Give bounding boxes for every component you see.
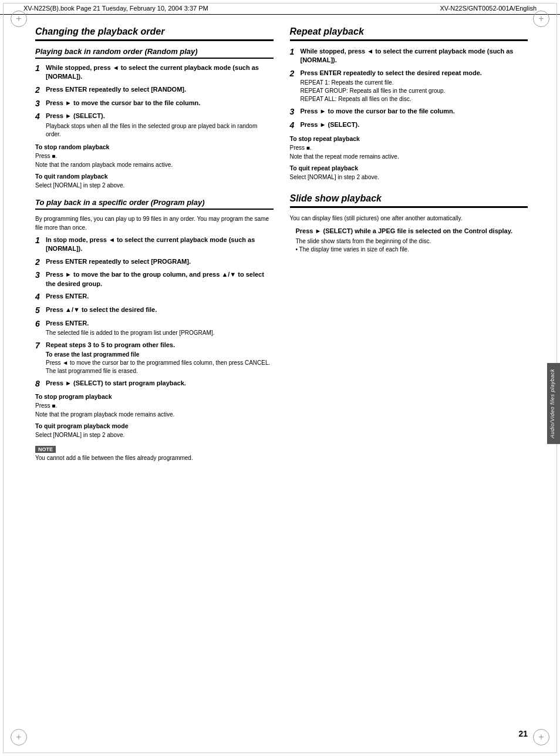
step-num-1: 1	[35, 63, 43, 73]
step-content-2: Press ENTER repeatedly to select [RANDOM…	[46, 85, 186, 94]
repeat-step-num-1: 1	[290, 47, 298, 57]
prog-step-content-2: Press ENTER repeatedly to select [PROGRA…	[46, 257, 191, 266]
repeat-step-num-4: 4	[290, 120, 298, 130]
random-step-3: 3 Press ► to move the cursor bar to the …	[35, 99, 274, 109]
stop-random-text: Press ■.Note that the random playback mo…	[35, 152, 274, 169]
erase-label: To erase the last programmed file	[46, 351, 274, 358]
random-step-4: 4 Press ► (SELECT). Playback stops when …	[35, 112, 274, 138]
prog-step-num-1: 1	[35, 236, 43, 246]
step-num-3: 3	[35, 99, 43, 109]
quit-repeat-text: Select [NORMAL] in step 2 above.	[290, 173, 528, 182]
section-title-repeat: Repeat playback	[290, 26, 528, 41]
prog-step-content-1: In stop mode, press ◄ to select the curr…	[46, 236, 274, 254]
repeat-step-2-sub: REPEAT 1: Repeats the current file. REPE…	[301, 79, 482, 103]
stop-random-label: To stop random playback	[35, 143, 274, 150]
repeat-step-2: 2 Press ENTER repeatedly to select the d…	[290, 69, 528, 103]
erase-text: Press ◄ to move the cursor bar to the pr…	[46, 359, 274, 375]
slideshow-bullet: The display time varies in size of each …	[296, 246, 528, 254]
slideshow-press-block: Press ► (SELECT) while a JPEG file is se…	[296, 227, 528, 254]
section-title-slideshow: Slide show playback	[290, 193, 528, 208]
program-step-8: 8 Press ► (SELECT) to start program play…	[35, 379, 274, 389]
program-step-1: 1 In stop mode, press ◄ to select the cu…	[35, 236, 274, 254]
note-text: You cannot add a file between the files …	[35, 454, 274, 462]
program-step-4: 4 Press ENTER.	[35, 292, 274, 302]
program-step-6: 6 Press ENTER. The selected file is adde…	[35, 319, 274, 337]
note-label: NOTE	[35, 446, 56, 453]
prog-step-content-3: Press ► to move the bar to the group col…	[46, 270, 274, 288]
repeat-step-1: 1 While stopped, press ◄ to select the c…	[290, 47, 528, 65]
slideshow-press-sub: The slide show starts from the beginning…	[296, 237, 528, 246]
stop-program-label: To stop program playback	[35, 393, 274, 400]
step-content-1: While stopped, press ◄ to select the cur…	[46, 63, 274, 82]
right-tab: Audio/Video files playback	[547, 363, 560, 444]
corner-mark-tl	[11, 11, 27, 27]
quit-program-label: To quit program playback mode	[35, 422, 274, 429]
section-slideshow: Slide show playback You can display file…	[290, 193, 528, 254]
prog-step-content-8: Press ► (SELECT) to start program playba…	[46, 379, 186, 388]
section-repeat-playback: Repeat playback 1 While stopped, press ◄…	[290, 26, 528, 182]
subsection-title-program: To play back in a specific order (Progra…	[35, 198, 274, 210]
repeat-step-content-4: Press ► (SELECT).	[301, 120, 360, 129]
random-step-2: 2 Press ENTER repeatedly to select [RAND…	[35, 85, 274, 95]
quit-random-text: Select [NORMAL] in step 2 above.	[35, 181, 274, 190]
repeat-step-content-1: While stopped, press ◄ to select the cur…	[301, 47, 528, 65]
prog-step-num-2: 2	[35, 257, 43, 267]
prog-step-num-5: 5	[35, 305, 43, 315]
note-box: NOTE You cannot add a file between the f…	[35, 445, 274, 462]
subsection-title-random: Playing back in random order (Random pla…	[35, 47, 274, 59]
step-4-sub: Playback stops when all the files in the…	[46, 122, 274, 139]
repeat-step-num-2: 2	[290, 69, 298, 79]
repeat-step-3: 3 Press ► to move the cursor bar to the …	[290, 107, 528, 117]
page-wrapper: XV-N22S(B).book Page 21 Tuesday, Februar…	[0, 0, 560, 756]
prog-step-content-6: Press ENTER.	[46, 320, 89, 327]
prog-step-num-7: 7	[35, 341, 43, 351]
repeat-step-num-3: 3	[290, 107, 298, 117]
corner-mark-tr	[533, 11, 549, 27]
prog-step-num-3: 3	[35, 270, 43, 280]
stop-repeat-text: Press ■.Note that the repeat mode remain…	[290, 143, 528, 161]
right-column: Repeat playback 1 While stopped, press ◄…	[290, 26, 528, 472]
program-step-7: 7 Repeat steps 3 to 5 to program other f…	[35, 341, 274, 375]
prog-step-content-4: Press ENTER.	[46, 292, 89, 301]
header-right: XV-N22S/GNT0052-001A/English	[440, 5, 537, 12]
step-content-4: Press ► (SELECT).	[46, 112, 105, 119]
stop-repeat-label: To stop repeat playback	[290, 135, 528, 142]
content-area: Changing the playback order Playing back…	[0, 15, 560, 489]
program-intro: By programming files, you can play up to…	[35, 214, 274, 232]
corner-mark-br	[533, 729, 549, 745]
repeat-step-4: 4 Press ► (SELECT).	[290, 120, 528, 130]
repeat-step-content-3: Press ► to move the cursor bar to the fi…	[301, 107, 455, 116]
step-content-3: Press ► to move the cursor bar to the fi…	[46, 99, 200, 106]
step-num-2: 2	[35, 85, 43, 95]
page-header: XV-N22S(B).book Page 21 Tuesday, Februar…	[0, 0, 560, 15]
repeat-step-content-2: Press ENTER repeatedly to select the des…	[301, 69, 482, 76]
random-step-1: 1 While stopped, press ◄ to select the c…	[35, 63, 274, 82]
program-step-3: 3 Press ► to move the bar to the group c…	[35, 270, 274, 288]
step-num-4: 4	[35, 112, 43, 122]
quit-repeat-label: To quit repeat playback	[290, 164, 528, 172]
subsection-random-play: Playing back in random order (Random pla…	[35, 47, 274, 190]
stop-program-text: Press ■.Note that the program playback m…	[35, 401, 274, 419]
header-left: XV-N22S(B).book Page 21 Tuesday, Februar…	[23, 5, 208, 12]
prog-step-content-5: Press ▲/▼ to select the desired file.	[46, 305, 157, 314]
prog-step-num-8: 8	[35, 379, 43, 389]
corner-mark-bl	[11, 729, 27, 745]
subsection-program-play: To play back in a specific order (Progra…	[35, 198, 274, 463]
slideshow-intro: You can display files (still pictures) o…	[290, 214, 528, 223]
left-column: Changing the playback order Playing back…	[35, 26, 274, 472]
section-changing-playback: Changing the playback order Playing back…	[35, 26, 274, 462]
quit-random-label: To quit random playback	[35, 173, 274, 180]
prog-step-num-6: 6	[35, 319, 43, 329]
prog-step-6-sub: The selected file is added to the progra…	[46, 329, 214, 337]
program-step-5: 5 Press ▲/▼ to select the desired file.	[35, 305, 274, 315]
prog-step-num-4: 4	[35, 292, 43, 302]
page-number: 21	[518, 729, 528, 738]
quit-program-text: Select [NORMAL] in step 2 above.	[35, 431, 274, 439]
prog-step-content-7: Repeat steps 3 to 5 to program other fil…	[46, 341, 175, 348]
program-step-2: 2 Press ENTER repeatedly to select [PROG…	[35, 257, 274, 267]
slideshow-press-label: Press ► (SELECT) while a JPEG file is se…	[296, 227, 528, 234]
section-title-changing: Changing the playback order	[35, 26, 274, 41]
